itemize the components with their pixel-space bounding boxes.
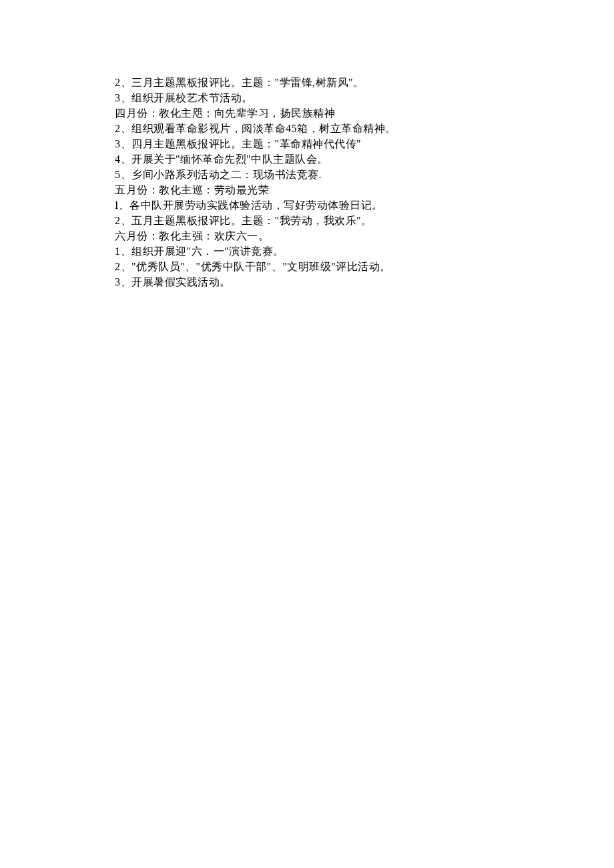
text-line: 3、开展暑假实践活动。 — [115, 274, 547, 290]
text-line: 四月份：教化主咫：向先辈学习，扬民族精神 — [115, 105, 547, 121]
text-line: 五月份：教化主巡：劳动最光荣 — [115, 182, 547, 197]
text-line: I、各中队开展劳动实践体验活动，写好劳动体验日记。 — [115, 197, 547, 213]
text-line: 2、组织观看革命影视片，阅淡革命45箱，树立革命精神。 — [115, 121, 547, 136]
text-line: 3、组织开展校艺术节活动。 — [115, 90, 547, 105]
text-line: 六月份：教化主强：欢庆六一。 — [115, 228, 547, 244]
text-line: 2、"优秀队员"、"优秀中队干部"、"文明班级"评比活动。 — [115, 259, 547, 274]
text-line: 2、三月主题黑板报评比。主题："学雷锋,树新风"。 — [115, 75, 547, 90]
document-content: 2、三月主题黑板报评比。主题："学雷锋,树新风"。 3、组织开展校艺术节活动。 … — [0, 0, 614, 290]
text-line: 3、四月主题黑板报评比。主题："革命精神代代传" — [115, 136, 547, 151]
text-line: 1、组织开展迎"六．一"演讲竞赛。 — [115, 244, 547, 259]
text-line: 2、五月主题黑板报评比。主题："我劳动，我欢乐"。 — [115, 213, 547, 228]
text-line: 5、乡间小路系列活动之二：现场书法竞赛. — [115, 167, 547, 182]
text-line: 4、开展关于"缅怀革命先烈"中队主题队会。 — [115, 151, 547, 167]
